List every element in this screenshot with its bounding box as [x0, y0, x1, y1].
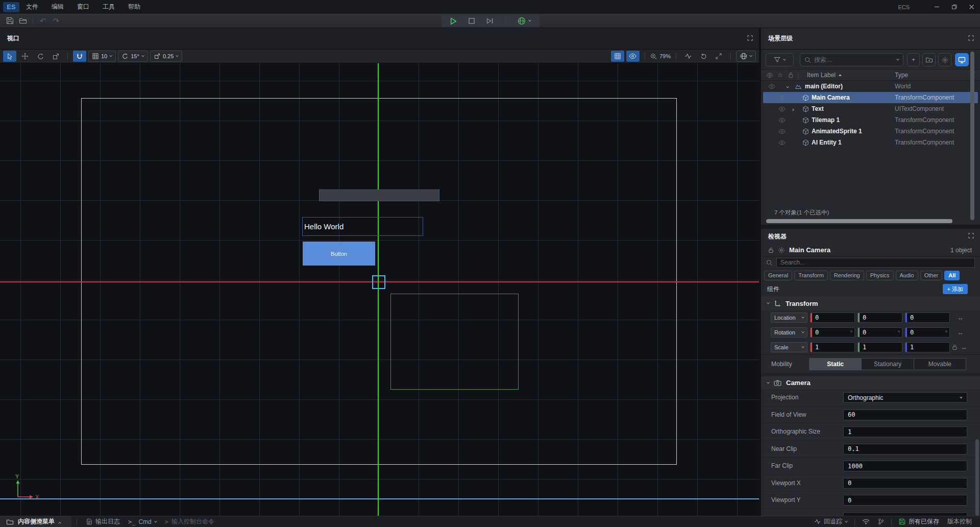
viewport-expand-icon[interactable]	[747, 35, 753, 41]
visibility-toggle-button[interactable]	[626, 51, 640, 62]
hierarchy-row-main-camera[interactable]: Main Camera TransformComponent	[763, 92, 978, 103]
version-control-button[interactable]: 版本控制	[943, 517, 976, 526]
menu-file[interactable]: 文件	[19, 0, 45, 14]
selection-gizmo-box[interactable]	[372, 275, 385, 289]
tab-other[interactable]: Other	[920, 271, 943, 280]
save-icon[interactable]	[3, 15, 16, 27]
open-folder-icon[interactable]	[16, 15, 30, 27]
eye-icon[interactable]	[778, 107, 786, 111]
hierarchy-row-main[interactable]: main (Editor) World	[761, 81, 980, 92]
redo-icon[interactable]: ↷	[50, 15, 63, 27]
scene-green-outline-object[interactable]	[390, 294, 519, 390]
viewport-y-field[interactable]: 0	[843, 495, 967, 506]
hierarchy-expand-icon[interactable]	[968, 35, 974, 41]
console-command-input[interactable]: > 输入控制台命令	[161, 517, 218, 526]
orthographic-size-field[interactable]: 1	[843, 426, 967, 437]
location-link-icon[interactable]: ↔	[958, 313, 964, 323]
rotation-link-icon[interactable]: ↔	[958, 327, 964, 338]
rotation-x-field[interactable]: 0°	[810, 327, 855, 338]
visibility-column-icon[interactable]	[766, 73, 773, 78]
field-of-view-field[interactable]: 60	[843, 410, 967, 420]
minimize-button[interactable]	[928, 0, 945, 14]
eye-icon[interactable]	[778, 118, 786, 123]
eye-icon[interactable]	[778, 95, 786, 100]
lock-column-icon[interactable]	[788, 72, 794, 78]
scene-panel-object[interactable]	[319, 189, 439, 201]
rotation-snap-dropdown[interactable]: 15°	[118, 51, 148, 62]
stats-button[interactable]	[681, 51, 695, 62]
filter-dropdown-button[interactable]	[766, 53, 794, 66]
scale-link-icon[interactable]: ↔	[961, 342, 967, 352]
transform-section-header[interactable]: Transform	[761, 296, 980, 310]
close-button[interactable]	[963, 0, 980, 14]
mobility-static-option[interactable]: Static	[810, 358, 862, 370]
type-column[interactable]: Type	[895, 71, 908, 79]
item-label-column[interactable]: Item Label	[807, 71, 842, 79]
move-tool-button[interactable]	[18, 51, 32, 62]
eye-icon[interactable]	[778, 140, 786, 145]
scale-x-field[interactable]: 1	[810, 342, 855, 352]
grid-toggle-button[interactable]	[611, 51, 624, 62]
tab-audio[interactable]: Audio	[896, 271, 918, 280]
reset-view-button[interactable]	[697, 51, 710, 62]
projection-dropdown[interactable]: Orthographic	[843, 392, 967, 403]
location-z-field[interactable]: 0	[905, 313, 950, 323]
grid-snap-dropdown[interactable]: 10	[88, 51, 116, 62]
tab-rendering[interactable]: Rendering	[830, 271, 864, 280]
undo-icon[interactable]: ↶	[36, 15, 50, 27]
trace-dropdown[interactable]: 回追踪	[810, 517, 851, 526]
eye-icon[interactable]	[778, 129, 786, 134]
near-clip-field[interactable]: 0.1	[843, 444, 967, 454]
viewport-link-button[interactable]	[955, 53, 969, 66]
menu-tools[interactable]: 工具	[96, 0, 121, 14]
network-status-icon[interactable]	[858, 519, 874, 524]
location-axis-dropdown[interactable]: Location	[771, 313, 807, 323]
chevron-down-icon[interactable]	[787, 83, 789, 90]
app-logo[interactable]: ES	[3, 2, 19, 12]
tab-general[interactable]: General	[764, 271, 792, 280]
mobility-stationary-option[interactable]: Stationary	[862, 358, 914, 370]
add-folder-button[interactable]	[922, 53, 936, 66]
scale-tool-button[interactable]	[49, 51, 62, 62]
eye-icon[interactable]	[768, 84, 775, 89]
scene-canvas[interactable]: Hello World Button Y X	[0, 63, 759, 516]
step-button[interactable]	[483, 15, 497, 27]
cmd-dropdown[interactable]: >_ Cmd	[124, 518, 161, 525]
rotation-axis-dropdown[interactable]: Rotation	[771, 327, 807, 338]
source-control-branch-icon[interactable]	[874, 518, 888, 525]
tab-physics[interactable]: Physics	[866, 271, 894, 280]
tab-all[interactable]: All	[944, 271, 960, 280]
fullscreen-button[interactable]	[712, 51, 725, 62]
zoom-control[interactable]: 79%	[650, 51, 671, 62]
hierarchy-column-header[interactable]: ☆ Item Label Type	[761, 69, 980, 81]
hierarchy-vertical-scrollbar[interactable]	[970, 52, 974, 220]
output-log-button[interactable]: 输出日志	[82, 517, 124, 526]
select-tool-button[interactable]	[3, 51, 16, 62]
rotation-y-field[interactable]: 0°	[857, 327, 902, 338]
hierarchy-settings-button[interactable]	[938, 53, 951, 66]
scale-y-field[interactable]: 1	[857, 342, 902, 352]
inspector-vertical-scrollbar[interactable]	[975, 439, 979, 516]
tab-transform[interactable]: Transform	[794, 271, 828, 280]
inspector-expand-icon[interactable]	[968, 233, 974, 238]
scale-z-field[interactable]: 1	[905, 342, 950, 352]
inspector-search-input[interactable]	[780, 259, 971, 266]
hierarchy-row-text[interactable]: Text UITextComponent	[761, 103, 980, 114]
hierarchy-row-animatedsprite[interactable]: AnimatedSprite 1 TransformComponent	[761, 126, 980, 137]
hierarchy-search[interactable]	[800, 53, 903, 66]
scale-snap-dropdown[interactable]: 0.25	[150, 51, 182, 62]
hierarchy-row-tilemap[interactable]: Tilemap 1 TransformComponent	[761, 114, 980, 126]
location-x-field[interactable]: 0	[810, 313, 855, 323]
camera-section-header[interactable]: Camera	[761, 376, 980, 389]
scale-axis-dropdown[interactable]: Scale	[771, 342, 807, 352]
menu-edit[interactable]: 编辑	[45, 0, 70, 14]
menu-window[interactable]: 窗口	[70, 0, 96, 14]
world-dropdown[interactable]	[736, 51, 756, 62]
hierarchy-horizontal-scrollbar[interactable]	[766, 219, 952, 223]
viewport-x-field[interactable]: 0	[843, 478, 967, 489]
scene-text-object[interactable]: Hello World	[302, 217, 423, 236]
lock-icon[interactable]	[768, 247, 774, 253]
stop-button[interactable]	[465, 15, 478, 27]
menu-help[interactable]: 帮助	[121, 0, 147, 14]
add-entity-button[interactable]: +	[907, 53, 920, 66]
